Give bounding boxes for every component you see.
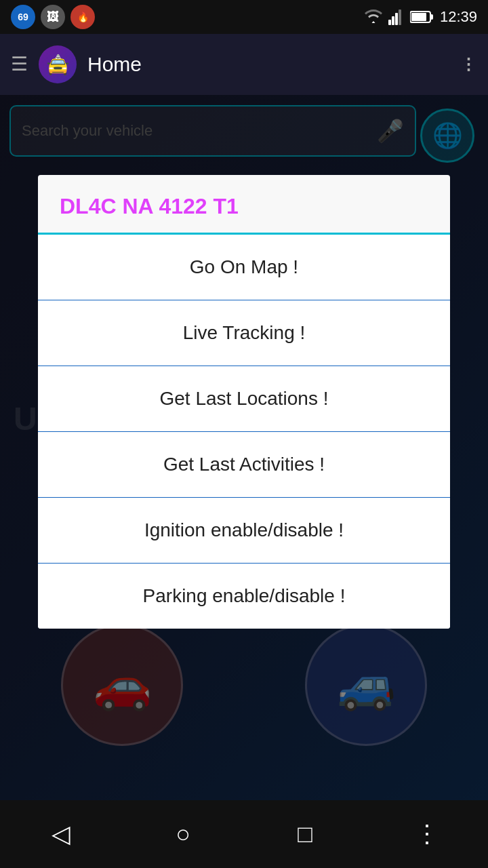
go-on-map-button[interactable]: Go On Map ! [38,235,450,300]
svg-rect-5 [411,13,426,21]
wifi-icon [364,9,383,25]
svg-rect-1 [392,16,394,25]
vehicle-action-dialog: DL4C NA 4122 T1 Go On Map ! Live Trackin… [38,175,450,629]
svg-rect-3 [399,9,401,25]
live-tracking-button[interactable]: Live Tracking ! [38,300,450,366]
fire-notification-icon: 🔥 [70,5,95,29]
recents-button[interactable]: □ [285,814,325,854]
svg-rect-6 [430,14,433,20]
app-avatar: 🚖 [39,45,77,83]
parking-toggle-button[interactable]: Parking enable/disable ! [38,564,450,629]
status-time: 12:39 [440,8,477,26]
svg-rect-2 [395,13,398,25]
battery-icon [410,10,434,24]
home-button[interactable]: ○ [163,814,203,854]
status-bar-right: 12:39 [364,8,477,26]
vehicle-id-label: DL4C NA 4122 T1 [38,175,450,233]
svg-rect-0 [388,20,391,25]
app-69-icon: 69 [11,5,35,29]
status-bar-left: 69 🖼 🔥 [11,5,95,29]
ignition-toggle-button[interactable]: Ignition enable/disable ! [38,498,450,564]
get-last-locations-button[interactable]: Get Last Locations ! [38,366,450,432]
overflow-menu-icon[interactable]: ⋮ [460,55,477,74]
app-bar: ☰ 🚖 Home ⋮ [0,34,488,95]
nav-overflow-button[interactable]: ⋮ [407,814,447,854]
app-title: Home [87,53,460,76]
image-notification-icon: 🖼 [41,5,65,29]
hamburger-icon[interactable]: ☰ [11,55,28,74]
signal-icon [388,9,405,25]
status-bar: 69 🖼 🔥 12:39 [0,0,488,34]
back-button[interactable]: ◁ [41,814,81,854]
navigation-bar: ◁ ○ □ ⋮ [0,800,488,868]
get-last-activities-button[interactable]: Get Last Activities ! [38,432,450,498]
